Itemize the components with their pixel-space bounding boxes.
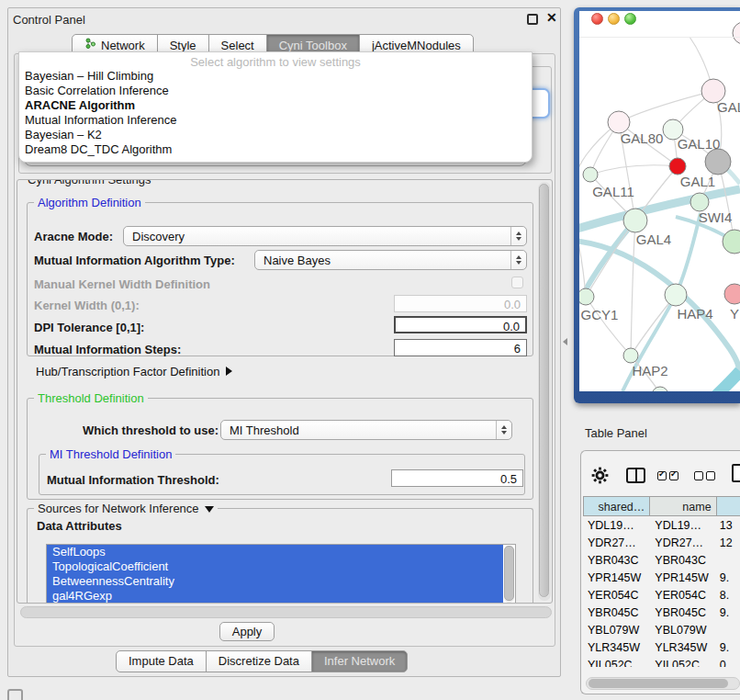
apply-button[interactable]: Apply <box>219 622 275 641</box>
manual-kernel-label: Manual Kernel Width Definition <box>34 277 210 291</box>
network-corner-edge <box>696 371 740 391</box>
select-all-icon[interactable] <box>657 471 678 480</box>
sources-group: Sources for Network Inference Data Attri… <box>27 508 533 604</box>
mi-threshold-definition-title: MI Threshold Definition <box>46 447 175 461</box>
node-gal11[interactable] <box>583 167 598 182</box>
minimize-window-icon[interactable] <box>608 13 620 25</box>
settings-vertical-scrollbar[interactable] <box>538 182 551 601</box>
aracne-mode-label: Aracne Mode: <box>34 230 113 243</box>
scrollbar-thumb[interactable] <box>589 679 728 688</box>
list-item-gal4rgexp[interactable]: gal4RGexp <box>47 589 503 604</box>
dropdown-item-aracne[interactable]: ARACNE Algorithm <box>19 98 532 113</box>
resize-grip-icon[interactable] <box>7 689 23 700</box>
stepper-icon <box>496 421 511 439</box>
window-controls <box>591 13 636 25</box>
sources-title[interactable]: Sources for Network Inference <box>34 502 218 515</box>
network-view-window[interactable]: GAL GAL80 GAL10 GAL1 GAL11 SWI4 GAL4 GCY… <box>574 7 740 403</box>
tab-impute-data[interactable]: Impute Data <box>116 650 207 672</box>
tab-infer-network[interactable]: Infer Network <box>311 650 408 672</box>
node-gal1-highlighted[interactable] <box>669 158 686 175</box>
table-panel-title: Table Panel <box>585 426 647 440</box>
threshold-definition-group: Threshold Definition Which threshold to … <box>27 398 533 500</box>
dropdown-item-dream8[interactable]: Dream8 DC_TDC Algorithm <box>19 142 532 157</box>
table-row[interactable]: YBR045CYBR045C9. <box>583 604 740 621</box>
table-row[interactable]: YLR345WYLR345W9. <box>583 638 740 656</box>
hub-tf-definition-toggle[interactable]: Hub/Transcription Factor Definition <box>36 365 232 378</box>
algorithm-definition-title: Algorithm Definition <box>34 196 145 209</box>
float-panel-icon[interactable] <box>527 14 538 25</box>
node-table: shared… name YDL19…YDL19…13 YDR27…YDR27…… <box>583 496 740 667</box>
export-table-icon[interactable] <box>732 464 740 482</box>
close-window-icon[interactable] <box>591 13 603 25</box>
dropdown-item-bayesian-hill-climbing[interactable]: Bayesian – Hill Climbing <box>19 69 532 84</box>
close-panel-icon[interactable]: ✕ <box>546 10 557 25</box>
manual-kernel-checkbox[interactable] <box>511 277 523 288</box>
split-columns-icon[interactable] <box>626 468 645 483</box>
dpi-tolerance-field[interactable]: 0.0 <box>394 316 527 333</box>
mi-threshold-field[interactable]: 0.5 <box>391 469 523 487</box>
node-cut-right[interactable] <box>723 230 740 254</box>
control-panel-title: Control Panel <box>13 13 85 27</box>
list-item-topologicalcoefficient[interactable]: TopologicalCoefficient <box>47 559 503 574</box>
collapsed-arrow-icon <box>226 367 232 376</box>
list-scrollbar[interactable] <box>504 546 514 603</box>
table-row[interactable]: YER054CYER054C8. <box>583 586 740 604</box>
column-header-name[interactable]: name <box>650 496 716 516</box>
node-swi4[interactable] <box>690 193 709 211</box>
node-label-hap2: HAP2 <box>632 363 667 378</box>
dropdown-item-basic-correlation[interactable]: Basic Correlation Inference <box>19 84 532 98</box>
table-row[interactable]: YBL079WYBL079W <box>583 621 740 638</box>
node-label-gcy1: GCY1 <box>581 307 619 322</box>
scrollbar-thumb[interactable] <box>539 184 549 597</box>
node-label-gal11: GAL11 <box>592 184 634 199</box>
column-header-shared-name[interactable]: shared… <box>583 496 650 516</box>
dropdown-item-mutual-information[interactable]: Mutual Information Inference <box>19 113 532 128</box>
node-hap2[interactable] <box>623 348 638 363</box>
mi-steps-field[interactable]: 6 <box>394 339 527 356</box>
node-label-swi4: SWI4 <box>699 209 733 225</box>
node-hap4[interactable] <box>665 284 687 306</box>
settings-horizontal-scrollbar[interactable] <box>20 606 552 618</box>
node-y-cut[interactable] <box>724 284 740 304</box>
deselect-all-icon[interactable] <box>694 471 715 480</box>
table-horizontal-scrollbar[interactable] <box>586 677 740 690</box>
network-tab-icon <box>84 38 96 52</box>
table-row[interactable]: YIL052CYIL052C0. <box>583 656 740 667</box>
application-window: Control Panel ✕ Network Style Select <box>0 0 740 700</box>
node-gal4[interactable] <box>623 209 647 232</box>
node-label-gal-cut: GAL <box>717 99 740 115</box>
which-threshold-combo[interactable]: MI Threshold <box>220 420 512 440</box>
aracne-mode-combo[interactable]: Discovery <box>123 226 527 246</box>
column-header-cut[interactable] <box>717 496 740 516</box>
table-row[interactable]: YDL19…YDL19…13 <box>583 516 740 534</box>
mi-threshold-definition-group: MI Threshold Definition Mutual Informati… <box>39 454 525 495</box>
list-item-betweennesscentrality[interactable]: BetweennessCentrality <box>47 574 503 589</box>
table-header-row: shared… name <box>583 496 740 516</box>
kernel-width-field[interactable]: 0.0 <box>394 295 527 312</box>
data-attributes-list[interactable]: SelfLoops TopologicalCoefficient Between… <box>46 544 516 604</box>
node-gcy1[interactable] <box>579 288 594 305</box>
scrollbar-thumb[interactable] <box>504 546 514 601</box>
maximize-window-icon[interactable] <box>624 13 636 25</box>
node-cut-topright[interactable] <box>733 22 740 44</box>
node-label-gal80: GAL80 <box>621 130 664 146</box>
table-row[interactable]: YDR27…YDR27…12 <box>583 534 740 551</box>
dropdown-placeholder: Select algorithm to view settings <box>19 52 532 69</box>
stepper-icon <box>510 227 526 245</box>
dpi-tolerance-label: DPI Tolerance [0,1]: <box>34 321 144 334</box>
splitpane-collapse-icon[interactable] <box>563 338 567 345</box>
table-row[interactable]: YPR145WYPR145W9. <box>583 569 740 586</box>
mi-algorithm-type-combo[interactable]: Naive Bayes <box>254 250 527 270</box>
network-canvas[interactable]: GAL GAL80 GAL10 GAL1 GAL11 SWI4 GAL4 GCY… <box>579 11 740 391</box>
table-row[interactable]: YBR043CYBR043C <box>583 551 740 569</box>
tab-discretize-data[interactable]: Discretize Data <box>206 650 312 672</box>
algorithm-dropdown[interactable]: Select algorithm to view settings Bayesi… <box>18 51 533 163</box>
list-item-selfloops[interactable]: SelfLoops <box>47 545 503 559</box>
node-label-y-cut: Y <box>730 306 739 322</box>
node-cut-bottom[interactable] <box>652 387 668 391</box>
network-graph: GAL GAL80 GAL10 GAL1 GAL11 SWI4 GAL4 GCY… <box>579 11 740 391</box>
settings-gear-icon[interactable] <box>591 467 609 487</box>
dropdown-item-bayesian-k2[interactable]: Bayesian – K2 <box>19 128 532 142</box>
node-gray[interactable] <box>705 149 731 175</box>
cyni-toolbox-content: Select algorithm to view settings Bayesi… <box>14 53 555 647</box>
